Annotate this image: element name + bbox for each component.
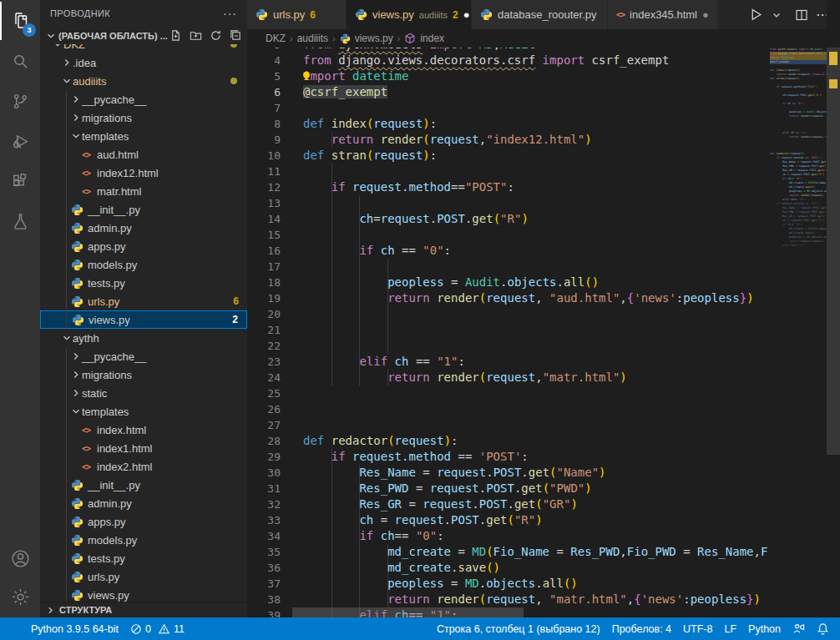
tree-item-urls.py[interactable]: urls.py <box>40 567 247 586</box>
line-number[interactable]: 22 <box>247 338 281 354</box>
code-line[interactable]: 31 Res_PWD = request.POST.get("PWD") <box>247 481 770 496</box>
tree-item-admin.py[interactable]: admin.py <box>40 219 247 237</box>
new-file-icon[interactable] <box>170 29 182 42</box>
source-control-icon[interactable] <box>0 82 40 120</box>
tree-item-migrations[interactable]: migrations <box>40 365 247 384</box>
line-number[interactable]: 36 <box>247 560 281 576</box>
code-line[interactable]: 15 <box>247 227 770 243</box>
tree-item-__init__.py[interactable]: __init__.py <box>40 200 247 219</box>
code-line[interactable]: 28def redactor(request): <box>247 433 770 449</box>
tab-index345.html[interactable]: <>index345.html● <box>608 0 718 29</box>
line-number[interactable]: 27 <box>247 417 281 433</box>
code-line[interactable]: 32 Res_GR = request.POST.get("GR") <box>247 496 770 512</box>
line-number[interactable]: 33 <box>247 512 281 528</box>
tab-database_roouter.py[interactable]: database_roouter.py <box>472 0 608 29</box>
code-line[interactable]: 12 if request.method=="POST": <box>247 179 770 195</box>
outline-section-header[interactable]: СТРУКТУРА <box>40 602 247 617</box>
line-number[interactable]: 20 <box>247 306 281 322</box>
tree-item-apps.py[interactable]: apps.py <box>40 512 247 531</box>
line-number[interactable]: 11 <box>247 164 281 179</box>
minimap[interactable]: from aythh.models import MD,Auditfrom dj… <box>770 48 827 617</box>
breadcrumb-item-symbol[interactable]: index <box>420 33 444 44</box>
explorer-icon[interactable]: 3 <box>0 2 40 40</box>
code-line[interactable]: 37 peopless = MD.objects.all() <box>247 576 770 592</box>
code-line[interactable]: 20 <box>247 306 770 322</box>
line-number[interactable]: 25 <box>247 386 281 401</box>
scrollbar-thumb[interactable] <box>827 48 840 455</box>
code-line[interactable]: 14 ch=request.POST.get("R") <box>247 211 770 227</box>
tree-item-urls.py[interactable]: urls.py6 <box>40 292 247 310</box>
line-number[interactable]: 32 <box>247 496 281 512</box>
breadcrumb-item-folder[interactable]: DKZ <box>266 33 286 44</box>
tree-item-DKZ[interactable]: DKZ <box>40 44 247 53</box>
tree-item-audiiits[interactable]: audiiits <box>40 72 247 90</box>
encoding-status[interactable]: UTF-8 <box>677 623 718 635</box>
code-line[interactable]: 30 Res_Name = request.POST.get("Name") <box>247 465 770 481</box>
tree-item-__pycache__[interactable]: __pycache__ <box>40 90 247 108</box>
code-editor[interactable]: 3from aythh.models import MD,Audit4from … <box>247 48 770 617</box>
code-line[interactable]: 9 return render(request,"index12.html") <box>247 132 770 148</box>
tree-item-__init__.py[interactable]: __init__.py <box>40 476 247 494</box>
tree-item-templates[interactable]: templates <box>40 402 247 421</box>
code-line[interactable]: 4from django.views.decorators.csrf impor… <box>247 53 770 68</box>
testing-icon[interactable] <box>0 202 40 240</box>
line-number[interactable]: 12 <box>247 179 281 195</box>
line-number[interactable]: 10 <box>247 148 281 164</box>
tree-item-static[interactable]: static <box>40 384 247 402</box>
code-line[interactable]: 33 ch = request.POST.get("R") <box>247 512 770 528</box>
eol-status[interactable]: LF <box>718 623 742 635</box>
dirty-indicator-icon[interactable]: ● <box>463 8 470 21</box>
breadcrumb-item-file[interactable]: views.py <box>355 33 393 44</box>
settings-gear-icon[interactable] <box>0 577 40 616</box>
tree-item-models.py[interactable]: models.py <box>40 531 247 549</box>
tree-item-index12.html[interactable]: <>index12.html <box>40 164 247 182</box>
tree-item-views.py[interactable]: views.py2 <box>40 310 247 329</box>
tree-item-migrations[interactable]: migrations <box>40 108 247 127</box>
tree-item-aud.html[interactable]: <>aud.html <box>40 145 247 164</box>
line-number[interactable]: 26 <box>247 401 281 417</box>
line-number[interactable]: 8 <box>247 116 281 132</box>
code-line[interactable]: 17 <box>247 259 770 275</box>
run-python-file-button[interactable] <box>749 8 763 22</box>
line-number[interactable]: 34 <box>247 528 281 544</box>
line-number[interactable]: 29 <box>247 449 281 465</box>
line-number[interactable]: 38 <box>247 592 281 607</box>
indentation-status[interactable]: Пробелов: 4 <box>606 623 677 635</box>
tree-item-matr.html[interactable]: <>matr.html <box>40 182 247 200</box>
line-number[interactable]: 35 <box>247 544 281 560</box>
code-line[interactable]: 26 <box>247 401 770 417</box>
python-interpreter-status[interactable]: Python 3.9.5 64-bit <box>25 623 124 635</box>
feedback-icon[interactable] <box>787 622 811 635</box>
code-line[interactable]: 22 <box>247 338 770 354</box>
line-number[interactable]: 31 <box>247 481 281 496</box>
code-line[interactable]: 10def stran(request): <box>247 148 770 164</box>
tree-item-aythh[interactable]: aythh <box>40 329 247 347</box>
tree-item-apps.py[interactable]: apps.py <box>40 237 247 255</box>
dirty-indicator-icon[interactable]: ● <box>702 8 709 21</box>
line-number[interactable]: 6 <box>247 84 281 100</box>
line-number[interactable]: 24 <box>247 370 281 386</box>
tree-item-__pycache__[interactable]: __pycache__ <box>40 347 247 365</box>
code-line[interactable]: 23 elif ch == "1": <box>247 354 770 370</box>
code-line[interactable]: 5import datetime <box>247 68 770 84</box>
line-number[interactable]: 4 <box>247 53 281 68</box>
code-line[interactable]: 16 if ch == "0": <box>247 243 770 259</box>
line-number[interactable]: 21 <box>247 322 281 338</box>
refresh-icon[interactable] <box>210 29 222 42</box>
cursor-position-status[interactable]: Строка 6, столбец 1 (выбрано 12) <box>431 623 606 635</box>
tab-urls.py[interactable]: urls.py6 <box>247 0 347 29</box>
run-debug-icon[interactable] <box>0 122 40 160</box>
code-line[interactable]: 11 <box>247 164 770 179</box>
line-number[interactable]: 14 <box>247 211 281 227</box>
line-number[interactable]: 13 <box>247 195 281 211</box>
code-line[interactable]: 6@csrf_exempt <box>247 84 770 100</box>
new-folder-icon[interactable] <box>190 29 202 42</box>
tree-item-index2.html[interactable]: <>index2.html <box>40 457 247 476</box>
tree-item-index.html[interactable]: <>index.html <box>40 421 247 439</box>
problems-status[interactable]: 0 11 <box>124 623 190 635</box>
run-dropdown-chevron-icon[interactable] <box>772 10 782 20</box>
code-line[interactable]: 38 return render(request, "matr.html",{'… <box>247 592 770 607</box>
workspace-section-header[interactable]: (РАБОЧАЯ ОБЛАСТЬ) ... <box>40 27 247 44</box>
line-number[interactable]: 17 <box>247 259 281 275</box>
line-number[interactable]: 39 <box>247 607 281 617</box>
